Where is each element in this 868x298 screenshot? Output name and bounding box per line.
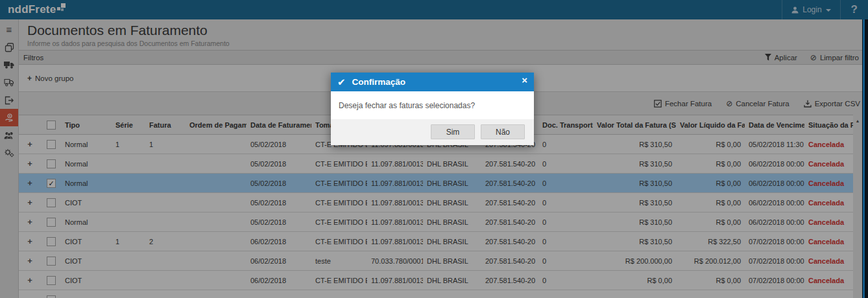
dialog-title: Confirmação — [352, 77, 522, 87]
confirmation-dialog: ✔ Confirmação × Deseja fechar as faturas… — [331, 73, 534, 145]
dialog-header: ✔ Confirmação × — [331, 73, 534, 91]
modal-dim-overlay — [0, 0, 868, 298]
close-icon[interactable]: × — [522, 75, 527, 85]
dialog-message: Deseja fechar as faturas selecionadas? — [331, 91, 534, 119]
check-icon: ✔ — [337, 76, 346, 88]
yes-button[interactable]: Sim — [431, 124, 475, 139]
dialog-footer: Sim Não — [331, 119, 534, 145]
no-button[interactable]: Não — [481, 124, 525, 139]
